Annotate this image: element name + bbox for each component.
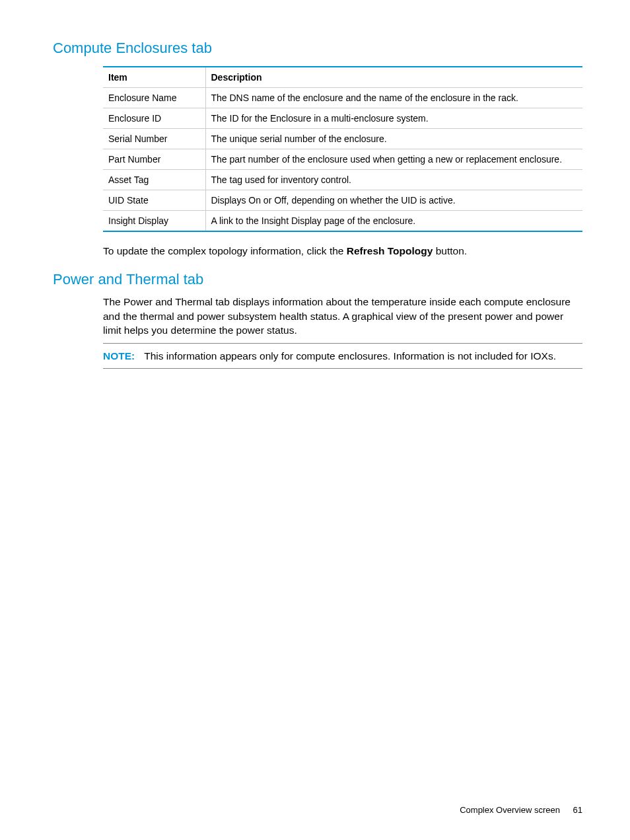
table-cell-item: Serial Number: [103, 129, 205, 149]
heading-compute-enclosures-tab: Compute Enclosures tab: [53, 40, 582, 57]
table-cell-item: UID State: [103, 190, 205, 211]
table-row: Part Number The part number of the enclo…: [103, 149, 582, 170]
note-label: NOTE:: [103, 350, 135, 362]
table-header-item: Item: [103, 67, 205, 88]
heading-power-thermal-tab: Power and Thermal tab: [53, 271, 582, 288]
table-cell-desc: The part number of the enclosure used wh…: [205, 149, 582, 170]
table-cell-desc: The tag used for inventory control.: [205, 170, 582, 190]
table-cell-item: Asset Tag: [103, 170, 205, 190]
text-segment: button.: [433, 245, 467, 256]
table-row: Asset Tag The tag used for inventory con…: [103, 170, 582, 190]
refresh-topology-bold: Refresh Topology: [347, 245, 433, 256]
topology-update-text: To update the complex topology informati…: [103, 244, 582, 258]
table-cell-item: Insight Display: [103, 211, 205, 232]
table-row: UID State Displays On or Off, depending …: [103, 190, 582, 211]
table-header-description: Description: [205, 67, 582, 88]
table-row: Serial Number The unique serial number o…: [103, 129, 582, 149]
note-block: NOTE:This information appears only for c…: [103, 343, 582, 369]
table-cell-desc: The ID for the Enclosure in a multi-encl…: [205, 108, 582, 129]
power-thermal-description: The Power and Thermal tab displays infor…: [103, 295, 582, 337]
page-number: 61: [573, 805, 582, 815]
table-cell-desc: The DNS name of the enclosure and the na…: [205, 88, 582, 108]
page-footer: Complex Overview screen 61: [460, 805, 582, 815]
enclosure-table: Item Description Enclosure Name The DNS …: [103, 66, 582, 232]
table-cell-item: Enclosure ID: [103, 108, 205, 129]
text-segment: To update the complex topology informati…: [103, 245, 347, 256]
table-cell-item: Part Number: [103, 149, 205, 170]
table-cell-desc: The unique serial number of the enclosur…: [205, 129, 582, 149]
table-row: Insight Display A link to the Insight Di…: [103, 211, 582, 232]
table-cell-desc: Displays On or Off, depending on whether…: [205, 190, 582, 211]
table-cell-item: Enclosure Name: [103, 88, 205, 108]
table-row: Enclosure ID The ID for the Enclosure in…: [103, 108, 582, 129]
footer-text: Complex Overview screen: [460, 805, 560, 815]
note-text: This information appears only for comput…: [144, 350, 556, 362]
table-row: Enclosure Name The DNS name of the enclo…: [103, 88, 582, 108]
table-cell-desc: A link to the Insight Display page of th…: [205, 211, 582, 232]
